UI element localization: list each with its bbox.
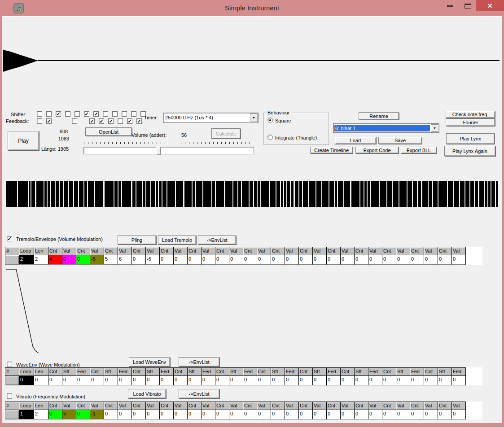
grid-cell[interactable]: 0 <box>243 376 257 385</box>
grid-cell[interactable]: 0 <box>215 410 229 419</box>
grid-cell[interactable]: 0 <box>229 410 243 419</box>
shifter-checkbox-8[interactable] <box>103 111 108 117</box>
grid-cell[interactable]: 0 <box>202 376 215 385</box>
load-button[interactable]: Load <box>335 137 376 144</box>
grid-cell[interactable]: 0 <box>34 376 48 385</box>
grid-cell[interactable]: 0 <box>48 410 62 419</box>
grid-cell[interactable]: 2 <box>34 410 48 419</box>
grid-cell[interactable]: 0 <box>62 255 76 265</box>
rename-button[interactable]: Rename <box>359 112 399 120</box>
grid-cell[interactable]: 0 <box>313 376 327 385</box>
grid-cell[interactable]: 0 <box>48 376 62 385</box>
grid-cell[interactable]: -5 <box>146 255 160 265</box>
grid-cell[interactable]: 0 <box>299 410 313 419</box>
grid-cell[interactable]: -1 <box>90 410 104 419</box>
play-lynx-button[interactable]: Play Lynx <box>446 133 495 144</box>
feedback-checkbox-8[interactable]: ✓ <box>127 118 132 124</box>
grid-cell[interactable]: 0 <box>243 410 257 419</box>
feedback-checkbox-2[interactable]: ✓ <box>46 118 52 124</box>
grid-cell[interactable]: 0 <box>438 410 452 419</box>
feedback-checkbox-9[interactable]: ✓ <box>136 118 142 124</box>
grid-cell[interactable]: 0 <box>132 255 146 265</box>
grid-row-header[interactable] <box>5 376 19 385</box>
grid-cell[interactable]: 0 <box>327 255 341 265</box>
grid-cell[interactable]: 0 <box>90 376 104 385</box>
grid-cell[interactable]: 0 <box>257 376 271 385</box>
grid-cell[interactable]: 5 <box>104 255 118 265</box>
grid-cell[interactable]: 0 <box>243 255 257 265</box>
create-timeline-button[interactable]: Create Timeline <box>310 147 353 153</box>
grid-cell[interactable]: 0 <box>452 410 466 419</box>
grid-cell[interactable]: 0 <box>313 410 327 419</box>
volume-slider-track[interactable] <box>83 147 254 154</box>
grid-cell[interactable]: 0 <box>396 376 410 385</box>
load-vibrato-button[interactable]: Load Vibrato <box>128 389 166 398</box>
grid-cell[interactable]: 0 <box>271 376 285 385</box>
grid-cell[interactable]: 0 <box>132 410 146 419</box>
grid-cell[interactable]: 0 <box>438 255 452 265</box>
grid-cell[interactable]: 0 <box>410 255 424 265</box>
grid-cell[interactable]: 0 <box>271 255 285 265</box>
grid-cell[interactable]: 0 <box>424 410 438 419</box>
grid-cell[interactable]: 0 <box>202 255 215 265</box>
grid-cell[interactable]: 0 <box>438 376 452 385</box>
grid-cell[interactable]: 0 <box>160 376 174 385</box>
shifter-checkbox-11[interactable] <box>131 111 136 117</box>
grid-cell[interactable]: 0 <box>174 410 188 419</box>
grid-cell[interactable]: 0 <box>188 376 202 385</box>
grid-cell[interactable]: 0 <box>76 376 90 385</box>
grid-cell[interactable]: 0 <box>410 410 424 419</box>
grid-cell[interactable]: 4 <box>48 255 62 265</box>
grid-cell[interactable]: 0 <box>355 255 368 265</box>
grid-cell[interactable]: 0 <box>229 255 243 265</box>
shifter-checkbox-10[interactable] <box>122 111 127 117</box>
grid-cell[interactable]: 0 <box>132 376 146 385</box>
shifter-checkbox-5[interactable] <box>75 111 80 117</box>
shifter-checkbox-9[interactable] <box>112 111 118 117</box>
grid-cell[interactable]: 0 <box>160 410 174 419</box>
square-radio[interactable] <box>267 118 273 123</box>
feedback-checkbox-4[interactable]: ✓ <box>89 118 95 124</box>
close-button[interactable]: ✕ <box>476 0 504 11</box>
shifter-checkbox-7[interactable]: ✓ <box>93 111 99 117</box>
play-lynx-again-button[interactable]: Play Lynx Again <box>444 146 495 156</box>
volume-slider-thumb[interactable] <box>156 146 161 155</box>
export-bll-button[interactable]: Export BLL <box>401 147 437 153</box>
shifter-checkbox-4[interactable] <box>65 111 70 117</box>
grid-cell[interactable]: 0 <box>341 255 355 265</box>
grid-cell[interactable]: 0 <box>396 255 410 265</box>
grid-cell[interactable]: 0 <box>76 410 90 419</box>
grid-cell[interactable]: 0 <box>188 410 202 419</box>
grid-cell[interactable]: 0 <box>396 410 410 419</box>
grid-cell[interactable]: 5 <box>62 410 76 419</box>
grid-cell[interactable]: 0 <box>160 255 174 265</box>
grid-cell[interactable]: 6 <box>118 255 132 265</box>
load-waveenv-button[interactable]: Load WaveEnv <box>129 357 170 367</box>
chevron-down-icon[interactable]: ▼ <box>431 124 438 132</box>
grid-cell[interactable]: 0 <box>382 410 396 419</box>
grid-cell[interactable]: 0 <box>355 410 368 419</box>
waveenv-envlist-button[interactable]: ->EnvList <box>179 357 219 367</box>
grid-cell[interactable]: 0 <box>341 410 355 419</box>
feedback-checkbox-5[interactable]: ✓ <box>99 118 104 124</box>
grid-cell[interactable]: 0 <box>215 376 229 385</box>
shifter-checkbox-3[interactable]: ✓ <box>56 111 61 117</box>
grid-cell[interactable]: 0 <box>341 376 355 385</box>
grid-cell[interactable]: 2 <box>19 255 34 265</box>
grid-cell[interactable]: -5 <box>90 255 104 265</box>
grid-cell[interactable]: 0 <box>424 376 438 385</box>
feedback-checkbox-3[interactable] <box>72 118 77 124</box>
grid-cell[interactable]: 0 <box>313 255 327 265</box>
grid-cell[interactable]: 0 <box>257 255 271 265</box>
open-list-button[interactable]: OpenList <box>85 127 132 136</box>
feedback-checkbox-6[interactable]: ✓ <box>108 118 114 124</box>
grid-cell[interactable]: 0 <box>299 255 313 265</box>
grid-cell[interactable]: 0 <box>424 255 438 265</box>
grid-cell[interactable]: 0 <box>229 376 243 385</box>
grid-cell[interactable]: 0 <box>104 376 118 385</box>
grid-cell[interactable]: 0 <box>104 410 118 419</box>
grid-cell[interactable]: 0 <box>285 410 299 419</box>
grid-cell[interactable]: 0 <box>202 410 215 419</box>
grid-cell[interactable]: 0 <box>327 376 341 385</box>
grid-cell[interactable]: 0 <box>215 255 229 265</box>
